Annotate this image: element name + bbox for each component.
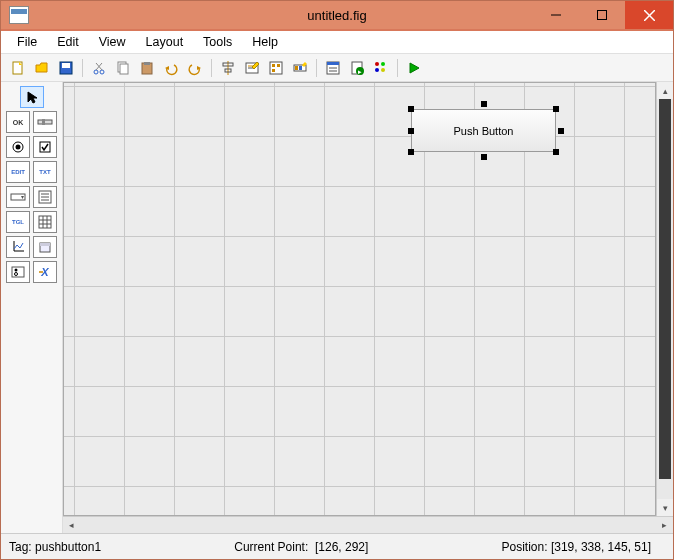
svg-rect-65	[40, 243, 50, 246]
open-icon[interactable]	[31, 57, 53, 79]
tag-value: pushbutton1	[35, 540, 101, 554]
menu-editor-icon[interactable]	[322, 57, 344, 79]
svg-rect-50	[40, 142, 50, 152]
position-value: [319, 338, 145, 51]	[551, 540, 651, 554]
mfile-icon[interactable]: ▸	[346, 57, 368, 79]
component-palette: OK EDIT TXT TGL	[1, 82, 63, 533]
svg-rect-1	[598, 11, 607, 20]
save-icon[interactable]	[55, 57, 77, 79]
minimize-button[interactable]	[533, 1, 579, 29]
menu-tools[interactable]: Tools	[193, 33, 242, 51]
selection-handle[interactable]	[481, 101, 487, 107]
listbox-tool-icon[interactable]	[33, 186, 57, 208]
horizontal-scrollbar[interactable]: ◂ ▸	[63, 516, 673, 533]
tab-order-icon[interactable]	[265, 57, 287, 79]
cut-icon[interactable]	[88, 57, 110, 79]
selection-handle[interactable]	[408, 106, 414, 112]
scroll-thumb[interactable]	[659, 99, 671, 479]
svg-rect-27	[277, 64, 280, 67]
position-label: Position:	[502, 540, 548, 554]
maximize-button[interactable]	[579, 1, 625, 29]
scroll-left-icon[interactable]: ◂	[63, 517, 80, 533]
edit-tool-icon[interactable]: EDIT	[6, 161, 30, 183]
copy-icon[interactable]	[112, 57, 134, 79]
buttongroup-tool-icon[interactable]	[6, 261, 30, 283]
redo-icon[interactable]	[184, 57, 206, 79]
popup-tool-icon[interactable]	[6, 186, 30, 208]
separator	[211, 59, 212, 77]
vertical-scrollbar[interactable]: ▴ ▾	[656, 82, 673, 516]
scroll-up-icon[interactable]: ▴	[657, 82, 673, 99]
svg-rect-47	[42, 119, 45, 125]
svg-rect-7	[62, 63, 70, 68]
checkbox-tool-icon[interactable]	[33, 136, 57, 158]
current-point-value: [126, 292]	[315, 540, 368, 554]
panel-tool-icon[interactable]	[33, 236, 57, 258]
svg-point-8	[94, 70, 98, 74]
svg-rect-30	[295, 66, 298, 70]
workspace: OK EDIT TXT TGL	[1, 82, 673, 533]
svg-rect-66	[12, 267, 24, 277]
selection-handle[interactable]	[481, 154, 487, 160]
statusbar: Tag: pushbutton1 Current Point: [126, 29…	[1, 533, 673, 559]
svg-marker-44	[410, 63, 419, 73]
new-icon[interactable]	[7, 57, 29, 79]
app-window: untitled.fig File Edit View Layout Tools…	[0, 0, 674, 560]
current-point-label: Current Point:	[234, 540, 308, 554]
svg-point-67	[15, 269, 18, 272]
menu-edit[interactable]: Edit	[47, 33, 89, 51]
scroll-right-icon[interactable]: ▸	[656, 517, 673, 533]
menu-help[interactable]: Help	[242, 33, 288, 51]
app-icon	[9, 6, 29, 24]
design-canvas[interactable]: Push Button	[63, 82, 656, 516]
selection-handle[interactable]	[558, 128, 564, 134]
status-tag: Tag: pushbutton1	[9, 540, 101, 554]
menu-layout[interactable]: Layout	[136, 33, 194, 51]
svg-point-43	[381, 68, 385, 72]
svg-rect-26	[272, 64, 275, 67]
activex-tool-icon[interactable]: X	[33, 261, 57, 283]
toggle-tool-icon[interactable]: TGL	[6, 211, 30, 233]
svg-point-40	[375, 62, 379, 66]
window-controls	[533, 1, 673, 29]
selection-handle[interactable]	[408, 149, 414, 155]
radio-tool-icon[interactable]	[6, 136, 30, 158]
separator	[316, 59, 317, 77]
titlebar[interactable]: untitled.fig	[1, 1, 673, 31]
svg-point-49	[16, 145, 21, 150]
grid	[63, 82, 656, 516]
selection-handle[interactable]	[553, 106, 559, 112]
pushbutton-component[interactable]: Push Button	[411, 109, 556, 152]
close-button[interactable]	[625, 1, 673, 29]
pushbutton-tool-icon[interactable]: OK	[6, 111, 30, 133]
svg-rect-13	[120, 64, 128, 74]
menubar: File Edit View Layout Tools Help	[1, 31, 673, 54]
slider-tool-icon[interactable]	[33, 111, 57, 133]
select-tool-icon[interactable]	[20, 86, 44, 108]
table-tool-icon[interactable]	[33, 211, 57, 233]
align-icon[interactable]	[217, 57, 239, 79]
toolbar-editor-icon[interactable]	[289, 57, 311, 79]
svg-point-42	[375, 68, 379, 72]
svg-rect-31	[299, 66, 302, 70]
svg-point-9	[100, 70, 104, 74]
svg-rect-34	[327, 62, 339, 65]
toolbar: ▸	[1, 54, 673, 82]
run-icon[interactable]	[403, 57, 425, 79]
paste-icon[interactable]	[136, 57, 158, 79]
menu-file[interactable]: File	[7, 33, 47, 51]
undo-icon[interactable]	[160, 57, 182, 79]
tag-label: Tag:	[9, 540, 32, 554]
svg-rect-15	[144, 62, 150, 65]
editor-icon[interactable]	[241, 57, 263, 79]
menu-view[interactable]: View	[89, 33, 136, 51]
canvas-wrap: Push Button ▴ ▾	[63, 82, 673, 533]
selection-handle[interactable]	[408, 128, 414, 134]
status-current-point: Current Point: [126, 292]	[234, 540, 368, 554]
property-inspector-icon[interactable]	[370, 57, 392, 79]
status-position: Position: [319, 338, 145, 51]	[502, 540, 651, 554]
axes-tool-icon[interactable]	[6, 236, 30, 258]
scroll-down-icon[interactable]: ▾	[657, 499, 673, 516]
text-tool-icon[interactable]: TXT	[33, 161, 57, 183]
selection-handle[interactable]	[553, 149, 559, 155]
